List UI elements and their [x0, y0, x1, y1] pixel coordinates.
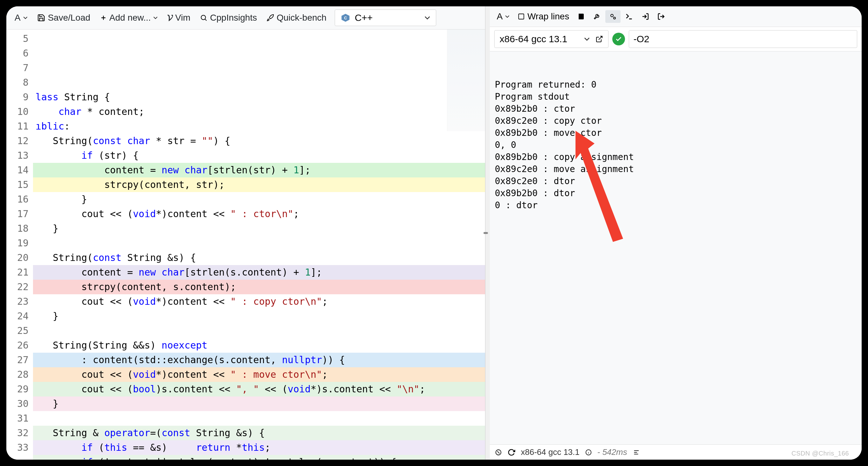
output-line: 0x89b2b0 : move ctor — [495, 127, 857, 139]
caret-down-icon — [584, 36, 590, 42]
code-line[interactable]: : content(std::exchange(s.content, nullp… — [33, 353, 485, 367]
code-line[interactable]: cout << (bool)s.content << ", " << (void… — [33, 382, 485, 397]
login-icon — [642, 13, 649, 20]
caret-down-icon — [23, 16, 28, 20]
code-line[interactable] — [33, 236, 485, 251]
minimap[interactable] — [447, 30, 485, 131]
code-line[interactable] — [33, 411, 485, 426]
book-icon — [578, 13, 585, 20]
output-line: 0x89c2e0 : copy ctor — [495, 115, 857, 127]
code-line[interactable]: lass String { — [33, 90, 485, 105]
code-area[interactable]: lass String { char * content;ıblic: Stri… — [33, 30, 485, 460]
code-line[interactable]: String(String &&s) noexcept — [33, 338, 485, 353]
output-toolbar: A Wrap lines — [490, 6, 862, 27]
code-line[interactable]: } — [33, 192, 485, 207]
code-line[interactable]: if (str) { — [33, 148, 485, 163]
cpp-logo-icon: C — [341, 13, 350, 23]
output-line: 0x89b2b0 : dtor — [495, 187, 857, 199]
rocket-icon — [267, 14, 274, 22]
quickbench-label: Quick-bench — [277, 13, 327, 23]
libraries-button[interactable] — [574, 10, 589, 23]
output-settings-button[interactable] — [605, 10, 621, 23]
code-line[interactable]: strcpy(content, s.content); — [33, 280, 485, 294]
save-load-button[interactable]: Save/Load — [33, 11, 94, 25]
watermark: CSDN @Chris_166 — [792, 450, 849, 457]
caret-down-icon — [425, 15, 430, 21]
output-line: 0x89c2e0 : dtor — [495, 175, 857, 187]
info-icon[interactable] — [585, 449, 592, 456]
code-line[interactable] — [33, 75, 485, 90]
external-link-icon[interactable] — [595, 35, 603, 43]
app-frame: A Save/Load Add new... 𝓥 Vim CppInsights — [6, 6, 862, 460]
cppinsights-button[interactable]: CppInsights — [196, 11, 261, 25]
compiler-flags-input[interactable]: -O2 — [629, 30, 857, 48]
output-line: 0x89b2b0 : copy assignment — [495, 151, 857, 163]
output-line: 0x89b2b0 : ctor — [495, 103, 857, 115]
wrench-icon — [593, 13, 601, 20]
font-dropdown[interactable]: A — [11, 11, 31, 25]
code-line[interactable]: String(const char * str = "") { — [33, 134, 485, 148]
font-label: A — [14, 13, 21, 23]
save-load-label: Save/Load — [48, 13, 90, 23]
status-time: - 542ms — [597, 447, 627, 457]
line-gutter: 5678910111213141516171819202122232425262… — [6, 30, 33, 460]
code-line[interactable]: String & operator=(const String &s) { — [33, 426, 485, 440]
code-editor[interactable]: 5678910111213141516171819202122232425262… — [6, 30, 485, 460]
caret-down-icon — [505, 14, 509, 19]
terminal-icon — [625, 12, 633, 21]
bytes-icon[interactable] — [633, 449, 640, 456]
code-line[interactable]: String(const String &s) { — [33, 251, 485, 265]
program-output[interactable]: Program returned: 0Program stdout0x89b2b… — [490, 52, 862, 444]
svg-line-15 — [497, 451, 499, 453]
code-line[interactable]: cout << (void*)content << " : move ctor\… — [33, 367, 485, 382]
compiler-name: x86-64 gcc 13.1 — [500, 34, 567, 45]
wrap-lines-toggle[interactable]: Wrap lines — [514, 9, 573, 24]
editor-pane: A Save/Load Add new... 𝓥 Vim CppInsights — [6, 6, 486, 460]
code-line[interactable]: content = new char[strlen(str) + 1]; — [33, 163, 485, 177]
svg-point-7 — [611, 14, 613, 17]
output-line: 0, 0 — [495, 139, 857, 151]
code-line[interactable]: content = new char[strlen(s.content) + 1… — [33, 265, 485, 280]
code-line[interactable]: } — [33, 309, 485, 323]
code-line[interactable]: cout << (void*)content << " : copy ctor\… — [33, 294, 485, 309]
code-line[interactable]: char * content; — [33, 105, 485, 119]
code-line[interactable]: } — [33, 221, 485, 236]
plus-icon — [100, 14, 107, 21]
vim-icon: 𝓥 — [167, 13, 173, 23]
code-line[interactable]: cout << (void*)content << " : ctor\n"; — [33, 207, 485, 221]
output-line: Program returned: 0 — [495, 79, 857, 91]
floppy-icon — [37, 13, 45, 22]
font-dropdown-output[interactable]: A — [493, 9, 514, 24]
svg-point-2 — [201, 15, 206, 20]
check-icon — [615, 35, 622, 42]
svg-line-12 — [599, 36, 602, 40]
language-select[interactable]: C C++ — [335, 9, 436, 26]
popout-button[interactable] — [654, 10, 669, 23]
code-line[interactable]: if (this == &s) return *this; — [33, 440, 485, 455]
code-line[interactable] — [33, 323, 485, 338]
square-icon — [518, 13, 525, 20]
svg-point-8 — [614, 17, 616, 19]
code-line[interactable]: if (!content || strlen(content) != strle… — [33, 455, 485, 460]
share-button[interactable] — [638, 10, 653, 23]
pane-splitter[interactable] — [486, 6, 490, 460]
output-line: 0x89c2e0 : move assignment — [495, 163, 857, 175]
refresh-icon[interactable] — [507, 448, 515, 456]
quickbench-button[interactable]: Quick-bench — [263, 11, 330, 25]
editor-toolbar: A Save/Load Add new... 𝓥 Vim CppInsights — [6, 6, 485, 30]
compiler-select[interactable]: x86-64 gcc 13.1 — [494, 30, 609, 48]
compile-status-ok — [612, 33, 625, 46]
clear-output-icon[interactable] — [495, 449, 502, 456]
settings-button[interactable] — [589, 10, 605, 23]
code-line[interactable]: ıblic: — [33, 119, 485, 134]
terminal-button[interactable] — [621, 10, 637, 23]
status-compiler: x86-64 gcc 13.1 — [521, 447, 580, 457]
compiler-flags-value: -O2 — [633, 34, 649, 44]
logout-icon — [657, 13, 665, 20]
font-label: A — [497, 11, 503, 22]
vim-button[interactable]: 𝓥 Vim — [163, 11, 194, 25]
code-line[interactable]: strcpy(content, str); — [33, 177, 485, 192]
code-line[interactable]: } — [33, 397, 485, 411]
add-new-dropdown[interactable]: Add new... — [96, 11, 162, 25]
add-new-label: Add new... — [110, 13, 151, 23]
